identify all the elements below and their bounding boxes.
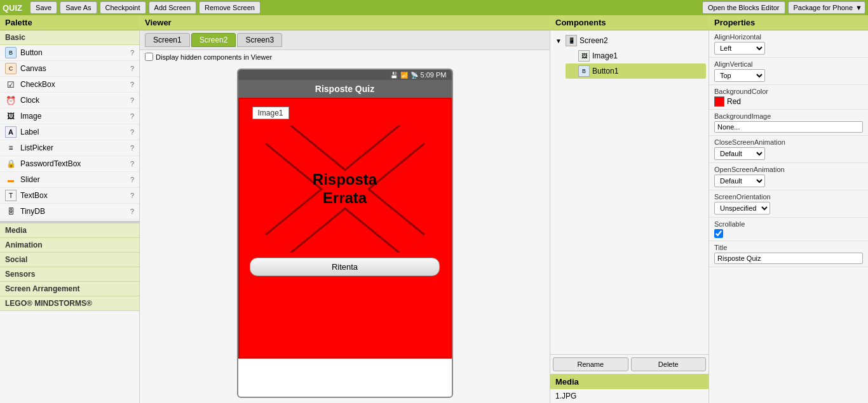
prop-align-horizontal: AlignHorizontal Left Center Right [709, 30, 868, 58]
components-title: Components [550, 15, 709, 30]
palette-item-canvas[interactable]: C Canvas ? [0, 61, 139, 77]
palette-media-section: Media [0, 221, 139, 238]
align-horizontal-select[interactable]: Left Center Right [714, 42, 765, 55]
delete-button[interactable]: Delete [631, 357, 707, 371]
tree-item-image1[interactable]: 🖼 Image1 [566, 48, 706, 63]
tree-toggle-image1 [568, 53, 578, 60]
passwordtextbox-icon: 🔒 [5, 158, 17, 169]
checkbox-icon: ☑ [5, 79, 17, 90]
palette-clock-help[interactable]: ? [130, 96, 134, 104]
bg-image-value [714, 121, 863, 133]
prop-screen-orientation: ScreenOrientation Unspecified Portrait L… [709, 190, 868, 218]
phone-screen: Image1 Risposta Errata [238, 98, 452, 359]
risposta-text: Risposta Errata [313, 171, 377, 208]
screen-orientation-select[interactable]: Unspecified Portrait Landscape [714, 202, 770, 215]
palette-textbox-help[interactable]: ? [130, 192, 134, 199]
hidden-components-checkbox[interactable] [145, 53, 153, 61]
tab-screen2[interactable]: Screen2 [191, 33, 236, 47]
components-actions: Rename Delete [550, 354, 709, 374]
palette-item-passwordtextbox[interactable]: 🔒 PasswordTextBox ? [0, 156, 139, 172]
retry-button[interactable]: Ritenta [250, 258, 440, 276]
image1-icon: 🖼 [578, 50, 590, 62]
tab-screen1[interactable]: Screen1 [145, 33, 190, 47]
palette-item-slider[interactable]: ▬ Slider ? [0, 172, 139, 188]
palette-item-button[interactable]: B Button ? [0, 45, 139, 61]
palette-tinydb-label: TinyDB [20, 207, 130, 216]
main-layout: Palette Basic B Button ? C Canvas ? ☑ Ch… [0, 15, 868, 403]
title-input[interactable] [714, 253, 863, 264]
risposta-line1: Risposta [313, 171, 377, 189]
prop-background-image: BackgroundImage [709, 110, 868, 136]
tree-item-screen2[interactable]: ▼ 📱 Screen2 [553, 33, 706, 48]
palette-item-listpicker[interactable]: ≡ ListPicker ? [0, 140, 139, 156]
tinydb-icon: 🗄 [5, 206, 17, 217]
palette-listpicker-label: ListPicker [20, 143, 130, 152]
viewer-title: Viewer [140, 15, 550, 30]
palette-animation-section: Animation [0, 238, 139, 253]
prop-close-anim: CloseScreenAnimation Default [709, 136, 868, 163]
bg-color-label: BackgroundColor [714, 88, 863, 95]
palette-slider-help[interactable]: ? [130, 176, 134, 183]
save-as-button[interactable]: Save As [60, 1, 97, 14]
components-tree: ▼ 📱 Screen2 🖼 Image1 B Button1 [550, 30, 709, 354]
prop-scrollable: Scrollable [709, 218, 868, 241]
open-blocks-button[interactable]: Open the Blocks Editor [702, 1, 785, 14]
palette-item-label[interactable]: A Label ? [0, 124, 139, 140]
scrollable-checkbox[interactable] [714, 229, 723, 238]
save-button[interactable]: Save [30, 1, 57, 14]
phone-title-bar: Risposte Quiz [238, 80, 452, 98]
palette-social-section: Social [0, 253, 139, 267]
slider-icon: ▬ [5, 174, 17, 185]
open-anim-value: Default [714, 175, 863, 187]
tab-screen3[interactable]: Screen3 [237, 33, 282, 47]
button-icon: B [5, 47, 17, 58]
open-anim-select[interactable]: Default [714, 175, 765, 187]
palette-button-help[interactable]: ? [130, 49, 134, 56]
button1-tree-label: Button1 [592, 67, 618, 76]
viewer-options: Display hidden components in Viewer [140, 50, 550, 63]
palette-item-textbox[interactable]: T TextBox ? [0, 188, 139, 204]
palette-checkbox-help[interactable]: ? [130, 81, 134, 88]
bg-image-label: BackgroundImage [714, 112, 863, 120]
phone-bottom-red [240, 281, 451, 357]
media-item-1jpg: 1.JPG [555, 392, 703, 400]
rename-button[interactable]: Rename [553, 357, 628, 371]
tree-item-button1[interactable]: B Button1 [566, 63, 706, 79]
image1-component-label: Image1 [252, 107, 289, 119]
checkpoint-button[interactable]: Checkpoint [100, 1, 146, 14]
label-icon: A [5, 126, 17, 138]
tree-toggle-screen2[interactable]: ▼ [555, 37, 566, 44]
palette-item-image[interactable]: 🖼 Image ? [0, 109, 139, 124]
bg-image-input[interactable] [714, 121, 863, 133]
palette-item-tinydb[interactable]: 🗄 TinyDB ? [0, 204, 139, 220]
properties-panel: Properties AlignHorizontal Left Center R… [709, 15, 868, 403]
screen-orientation-label: ScreenOrientation [714, 193, 863, 201]
bg-color-swatch[interactable] [714, 96, 724, 107]
textbox-icon: T [5, 190, 17, 201]
palette-listpicker-help[interactable]: ? [130, 144, 134, 152]
palette-tinydb-help[interactable]: ? [130, 208, 134, 215]
palette-basic-section: Basic [0, 30, 139, 45]
palette-item-clock[interactable]: ⏰ Clock ? [0, 93, 139, 109]
properties-title: Properties [709, 15, 868, 30]
phone-screen-inner: Image1 Risposta Errata [238, 98, 452, 359]
bg-color-value: Red [714, 96, 863, 107]
package-dropdown[interactable]: Package for Phone ▼ [788, 1, 865, 14]
tree-toggle-button1 [568, 68, 578, 75]
palette-item-checkbox[interactable]: ☑ CheckBox ? [0, 77, 139, 93]
signal-icon: 📶 [400, 72, 408, 79]
palette-passwordtextbox-help[interactable]: ? [130, 160, 134, 168]
remove-screen-button[interactable]: Remove Screen [199, 1, 261, 14]
add-screen-button[interactable]: Add Screen [149, 1, 196, 14]
align-vertical-select[interactable]: Top Center Bottom [714, 69, 765, 82]
palette-label-help[interactable]: ? [130, 128, 134, 136]
title-prop-value [714, 253, 863, 264]
palette-canvas-help[interactable]: ? [130, 65, 134, 72]
scrollable-label: Scrollable [714, 220, 863, 228]
palette-image-help[interactable]: ? [130, 112, 134, 120]
title-prop-label: Title [714, 244, 863, 251]
close-anim-select[interactable]: Default [714, 147, 765, 160]
palette-lego-section: LEGO® MINDSTORMS® [0, 296, 139, 311]
package-dropdown-arrow: ▼ [855, 4, 862, 11]
image1-tree-label: Image1 [592, 51, 618, 60]
